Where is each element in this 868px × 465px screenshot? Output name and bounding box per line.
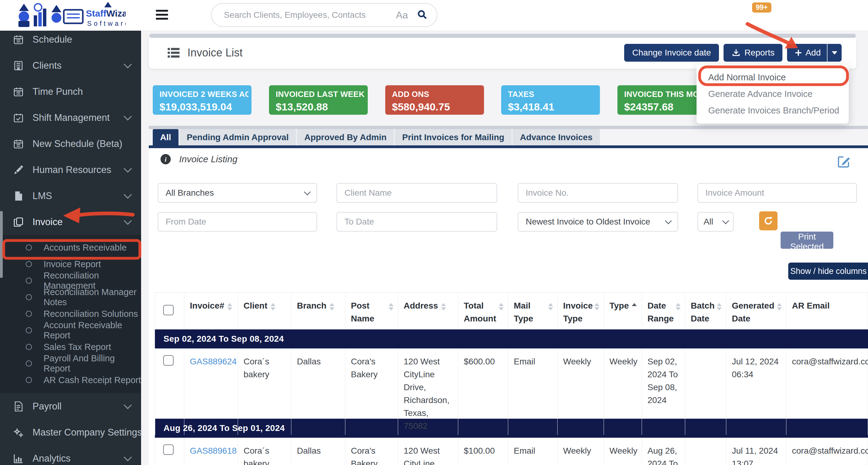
tab-approved-by-admin[interactable]: Approved By Admin xyxy=(297,129,394,145)
column-header-mail-type[interactable]: Mail Type xyxy=(508,292,558,329)
column-header-date-range[interactable]: Date Range xyxy=(642,292,685,329)
reports-button[interactable]: Reports xyxy=(723,44,782,62)
status-select[interactable]: All xyxy=(698,212,734,231)
change-invoice-date-button[interactable]: Change Invoice date xyxy=(624,44,719,62)
horizontal-scrollbar-track[interactable] xyxy=(149,34,856,38)
submenu-item-reconciliation-solutions[interactable]: Reconciliation Solutions xyxy=(0,306,141,322)
menu-item-generate-invoices-branch-period[interactable]: Generate Invoices Branch/Period xyxy=(696,102,849,119)
column-header-address[interactable]: Address xyxy=(398,292,458,329)
sidebar-item-schedule[interactable]: Schedule xyxy=(0,26,141,53)
sidebar-item-label: Payroll xyxy=(32,401,125,412)
tab-pending-admin-approval[interactable]: Pending Admin Approval xyxy=(179,129,296,145)
from-date-input[interactable] xyxy=(158,212,317,231)
sort-order-value: Newest Invoice to Oldest Invoice xyxy=(526,217,650,227)
submenu-label: Account Receivable Report xyxy=(43,320,141,340)
cell-total-amount: $600.00 xyxy=(458,348,508,435)
sort-icons xyxy=(676,303,681,310)
submenu-item-ar-cash-receipt-report[interactable]: AR Cash Receipt Report xyxy=(0,372,141,388)
add-button[interactable]: Add xyxy=(787,44,842,62)
sort-order-select[interactable]: Newest Invoice to Oldest Invoice xyxy=(518,212,678,231)
horizontal-scrollbar-track[interactable] xyxy=(149,126,868,129)
submenu-item-invoice-report[interactable]: Invoice Report xyxy=(0,256,141,272)
cell-invoice-type: Weekly xyxy=(558,438,604,465)
chevron-down-icon xyxy=(124,112,132,121)
add-dropdown-caret[interactable] xyxy=(827,44,842,62)
branch-select[interactable]: All Branches xyxy=(158,183,317,203)
chevron-down-icon xyxy=(665,217,672,224)
column-header-type[interactable]: Type xyxy=(604,292,642,329)
select-all-checkbox[interactable] xyxy=(163,305,174,315)
tab-all[interactable]: All xyxy=(153,129,179,145)
invoice-no-input[interactable] xyxy=(518,183,678,203)
case-sensitivity-toggle[interactable]: Aa xyxy=(396,9,408,21)
submenu-item-payroll-and-billing-report[interactable]: Payroll And Billing Report xyxy=(0,355,141,372)
menu-item-generate-advance-invoice[interactable]: Generate Advance Invoice xyxy=(696,86,849,102)
page-title-text: Invoice List xyxy=(187,46,243,59)
cell-total-amount: $100.00 xyxy=(458,438,508,465)
hamburger-menu-icon[interactable] xyxy=(156,10,168,22)
sidebar-item-clients[interactable]: Clients xyxy=(0,53,141,79)
sidebar-item-lms[interactable]: LMS xyxy=(0,183,141,209)
calendar-icon xyxy=(12,86,25,98)
sidebar-item-shift-management[interactable]: Shift Management xyxy=(0,104,141,131)
sidebar-item-master-company-settings[interactable]: Master Company Settings xyxy=(0,419,141,445)
row-checkbox[interactable] xyxy=(163,355,174,366)
column-header-invoice-no[interactable]: Invoice# xyxy=(184,292,238,329)
cell-post-name: Cora's Bakery xyxy=(345,438,398,465)
tab-print-invoices-for-mailing[interactable]: Print Invoices for Mailing xyxy=(395,129,512,145)
chevron-down-icon xyxy=(304,189,311,196)
stat-value: $580,940.75 xyxy=(392,101,481,113)
submenu-item-account-receivable-report[interactable]: Account Receivable Report xyxy=(0,322,141,339)
column-header-client[interactable]: Client xyxy=(238,292,291,329)
stat-card-invoiced-2-weeks-ago: INVOICED 2 WEEKS AGO $19,033,519.04 xyxy=(153,85,251,115)
bullet-icon xyxy=(26,361,32,367)
column-header-generated-date[interactable]: Generated Date xyxy=(726,292,786,329)
submenu-item-sales-tax-report[interactable]: Sales Tax Report xyxy=(0,339,141,355)
sidebar-item-new-schedule[interactable]: New Schedule (Beta) xyxy=(0,131,141,157)
search-icon[interactable] xyxy=(416,9,428,21)
brand-logo[interactable]: StaffWizard Software xyxy=(0,0,141,31)
row-checkbox[interactable] xyxy=(163,444,174,455)
chevron-down-icon xyxy=(124,164,132,173)
edit-icon[interactable] xyxy=(837,154,851,169)
chevron-down-icon xyxy=(124,217,132,225)
column-header-post-name[interactable]: Post Name xyxy=(345,292,398,329)
submenu-item-reconciliation-management[interactable]: Reconciliation Management xyxy=(0,272,141,289)
menu-item-add-normal-invoice[interactable]: Add Normal Invoice xyxy=(696,69,849,86)
table-row: GAS889618 Cora´s bakery Dallas Cora's Ba… xyxy=(155,438,868,465)
submenu-item-accounts-receivable[interactable]: Accounts Receivable xyxy=(0,239,141,256)
refresh-button[interactable] xyxy=(759,211,777,230)
sort-icons xyxy=(389,303,394,310)
search-input[interactable] xyxy=(223,10,396,20)
sort-icons xyxy=(441,303,446,310)
column-header-invoice-type[interactable]: Invoice Type xyxy=(558,292,604,329)
column-header-branch[interactable]: Branch xyxy=(291,292,345,329)
pencil-icon xyxy=(12,164,25,176)
sidebar-item-payroll[interactable]: Payroll xyxy=(0,393,141,419)
column-header-total-amount[interactable]: Total Amount xyxy=(458,292,508,329)
tab-advance-invoices[interactable]: Advance Invoices xyxy=(513,129,600,145)
stat-value: $13,520.88 xyxy=(276,101,365,113)
submenu-item-reconciliation-manager-notes[interactable]: Reconciliation Manager Notes xyxy=(0,289,141,306)
invoice-number-link[interactable]: GAS889624 xyxy=(190,357,237,366)
bullet-icon xyxy=(26,294,32,300)
column-header-batch-date[interactable]: Batch Date xyxy=(685,292,726,329)
sidebar-item-label: Time Punch xyxy=(32,86,131,97)
bullet-icon xyxy=(26,311,32,317)
sidebar-scrollbar-thumb[interactable] xyxy=(0,211,3,278)
print-selected-button[interactable]: Print Selected xyxy=(781,231,833,249)
date-group-row: Sep 02, 2024 To Sep 08, 2024 xyxy=(155,330,868,348)
show-hide-columns-button[interactable]: Show / hide columns xyxy=(788,262,868,280)
client-name-input[interactable] xyxy=(337,183,497,203)
to-date-input[interactable] xyxy=(337,212,497,231)
invoice-number-link[interactable]: GAS889618 xyxy=(190,446,237,456)
sidebar-item-label: Human Resources xyxy=(32,164,125,176)
select-all-cell[interactable] xyxy=(155,292,184,329)
invoice-amount-input[interactable] xyxy=(698,183,857,203)
sidebar-item-time-punch[interactable]: Time Punch xyxy=(0,79,141,104)
sidebar-item-analytics[interactable]: Analytics xyxy=(0,445,141,465)
sort-icons xyxy=(548,303,553,310)
sidebar-item-human-resources[interactable]: Human Resources xyxy=(0,157,141,183)
sidebar-item-invoice[interactable]: Invoice xyxy=(0,209,141,235)
column-header-ar-email[interactable]: AR Email xyxy=(786,292,868,329)
